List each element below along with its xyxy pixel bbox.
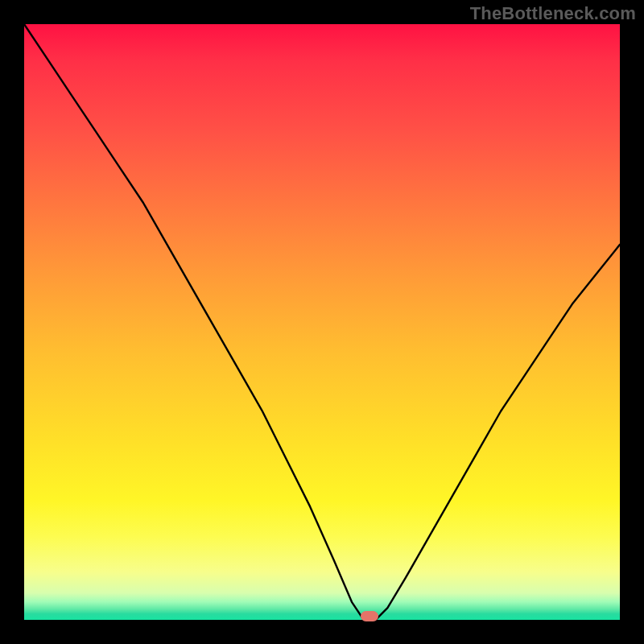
curve-layer — [24, 24, 620, 620]
watermark-text: TheBottleneck.com — [470, 3, 636, 24]
optimal-marker — [361, 611, 378, 621]
plot-area — [24, 24, 620, 620]
chart-frame: TheBottleneck.com — [0, 0, 644, 644]
bottleneck-curve — [24, 24, 620, 620]
